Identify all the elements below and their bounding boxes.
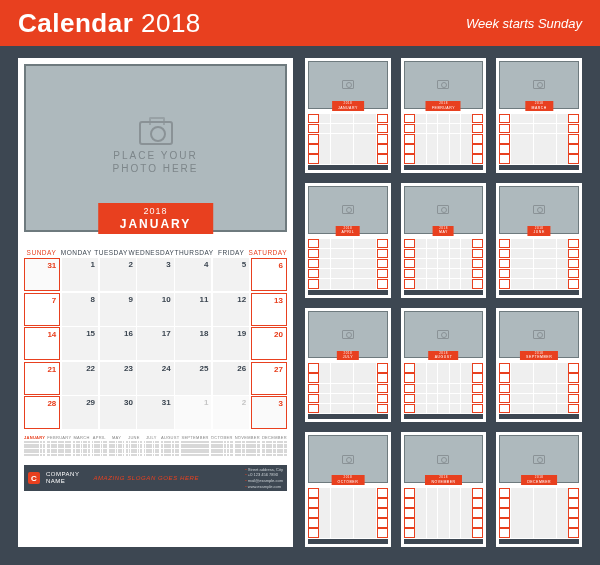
month-thumbnail[interactable]: 2018AUGUST bbox=[401, 308, 487, 423]
mini-month-grid bbox=[47, 441, 71, 461]
month-thumbnail[interactable]: 2018NOVEMBER bbox=[401, 432, 487, 547]
mini-month-label: JANUARY bbox=[24, 435, 45, 440]
date-number: 15 bbox=[86, 329, 95, 338]
mini-month-label: APRIL bbox=[92, 435, 107, 440]
thumb-month-badge: 2018JUNE bbox=[528, 226, 551, 236]
photo-placeholder[interactable]: PLACE YOUR PHOTO HERE 2018 JANUARY bbox=[24, 64, 287, 232]
date-number: 2 bbox=[242, 398, 246, 407]
thumb-footer bbox=[499, 414, 579, 419]
date-cell[interactable]: 19 bbox=[213, 327, 249, 360]
mini-month[interactable]: OCTOBER bbox=[211, 435, 233, 461]
canvas: Calendar 2018 Week starts Sunday PLACE Y… bbox=[0, 0, 600, 565]
mini-month-label: MARCH bbox=[73, 435, 89, 440]
thumb-photo: 2018SEPTEMBER bbox=[499, 311, 579, 359]
date-cell[interactable]: 22 bbox=[62, 362, 98, 395]
date-cell[interactable]: 26 bbox=[213, 362, 249, 395]
date-cell[interactable]: 4 bbox=[175, 258, 211, 291]
content: PLACE YOUR PHOTO HERE 2018 JANUARY SUNDA… bbox=[18, 58, 582, 547]
mini-month[interactable]: JUNE bbox=[126, 435, 141, 461]
thumb-year: 2018 bbox=[342, 227, 355, 231]
date-cell[interactable]: 6 bbox=[251, 258, 287, 291]
mini-month[interactable]: FEBRUARY bbox=[47, 435, 71, 461]
thumb-month-badge: 2018DECEMBER bbox=[521, 475, 557, 485]
date-cell[interactable]: 27 bbox=[251, 362, 287, 395]
mini-month[interactable]: DECEMBER bbox=[262, 435, 287, 461]
date-cell[interactable]: 3 bbox=[137, 258, 173, 291]
date-number: 1 bbox=[204, 398, 208, 407]
thumb-month: SEPTEMBER bbox=[526, 355, 552, 359]
date-cell[interactable]: 18 bbox=[175, 327, 211, 360]
date-cell[interactable]: 1 bbox=[62, 258, 98, 291]
mini-month[interactable]: AUGUST bbox=[161, 435, 179, 461]
date-cell[interactable]: 16 bbox=[100, 327, 136, 360]
date-number: 9 bbox=[128, 295, 132, 304]
month-thumbnail[interactable]: 2018SEPTEMBER bbox=[496, 308, 582, 423]
thumb-photo: 2018JULY bbox=[308, 311, 388, 359]
thumb-footer bbox=[308, 414, 388, 419]
month-thumbnail[interactable]: 2018APRIL bbox=[305, 183, 391, 298]
date-cell[interactable]: 2 bbox=[213, 396, 249, 429]
date-number: 16 bbox=[124, 329, 133, 338]
mini-month-grid bbox=[235, 441, 260, 461]
main-calendar-page: PLACE YOUR PHOTO HERE 2018 JANUARY SUNDA… bbox=[18, 58, 293, 547]
mini-month-label: DECEMBER bbox=[262, 435, 287, 440]
date-cell[interactable]: 21 bbox=[24, 362, 60, 395]
date-cell[interactable]: 15 bbox=[62, 327, 98, 360]
date-cell[interactable]: 13 bbox=[251, 293, 287, 326]
date-number: 17 bbox=[162, 329, 171, 338]
mini-month[interactable]: JULY bbox=[144, 435, 159, 461]
date-cell[interactable]: 30 bbox=[100, 396, 136, 429]
mini-month[interactable]: JANUARY bbox=[24, 435, 45, 461]
mini-month[interactable]: APRIL bbox=[92, 435, 107, 461]
date-cell[interactable]: 3 bbox=[251, 396, 287, 429]
date-cell[interactable]: 17 bbox=[137, 327, 173, 360]
page-title: Calendar 2018 bbox=[18, 8, 201, 39]
date-cell[interactable]: 20 bbox=[251, 327, 287, 360]
month-thumbnail[interactable]: 2018JUNE bbox=[496, 183, 582, 298]
month-thumbnail[interactable]: 2018JANUARY bbox=[305, 58, 391, 173]
camera-icon bbox=[533, 330, 545, 339]
thumb-year: 2018 bbox=[432, 102, 455, 106]
date-cell[interactable]: 31 bbox=[24, 258, 60, 291]
mini-month[interactable]: SEPTEMBER bbox=[181, 435, 208, 461]
thumb-year: 2018 bbox=[431, 476, 455, 480]
date-cell[interactable]: 1 bbox=[175, 396, 211, 429]
photo-caption-line1: PLACE YOUR bbox=[113, 150, 197, 161]
date-cell[interactable]: 28 bbox=[24, 396, 60, 429]
thumb-photo: 2018JUNE bbox=[499, 186, 579, 234]
mini-month-grid bbox=[109, 441, 124, 461]
date-cell[interactable]: 5 bbox=[213, 258, 249, 291]
date-cell[interactable]: 12 bbox=[213, 293, 249, 326]
thumb-month-badge: 2018JULY bbox=[337, 351, 359, 361]
mini-month-label: SEPTEMBER bbox=[181, 435, 208, 440]
company-name-l1: COMPANY bbox=[46, 471, 79, 477]
thumb-footer bbox=[499, 290, 579, 295]
date-cell[interactable]: 9 bbox=[100, 293, 136, 326]
date-cell[interactable]: 10 bbox=[137, 293, 173, 326]
date-cell[interactable]: 29 bbox=[62, 396, 98, 429]
date-cell[interactable]: 7 bbox=[24, 293, 60, 326]
date-cell[interactable]: 23 bbox=[100, 362, 136, 395]
mini-month-label: OCTOBER bbox=[211, 435, 233, 440]
date-cell[interactable]: 2 bbox=[100, 258, 136, 291]
camera-icon bbox=[533, 205, 545, 214]
thumb-grid bbox=[308, 363, 388, 413]
month-thumbnail[interactable]: 2018MAY bbox=[401, 183, 487, 298]
month-thumbnail[interactable]: 2018DECEMBER bbox=[496, 432, 582, 547]
date-cell[interactable]: 11 bbox=[175, 293, 211, 326]
date-cell[interactable]: 31 bbox=[137, 396, 173, 429]
month-thumbnail[interactable]: 2018OCTOBER bbox=[305, 432, 391, 547]
month-thumbnail[interactable]: 2018JULY bbox=[305, 308, 391, 423]
title-word: Calendar bbox=[18, 8, 133, 38]
mini-month[interactable]: MAY bbox=[109, 435, 124, 461]
date-cell[interactable]: 24 bbox=[137, 362, 173, 395]
date-cell[interactable]: 8 bbox=[62, 293, 98, 326]
thumb-year: 2018 bbox=[439, 227, 448, 231]
date-cell[interactable]: 25 bbox=[175, 362, 211, 395]
date-cell[interactable]: 14 bbox=[24, 327, 60, 360]
month-thumbnail[interactable]: 2018MARCH bbox=[496, 58, 582, 173]
month-thumbnail[interactable]: 2018FEBRUARY bbox=[401, 58, 487, 173]
mini-month[interactable]: NOVEMBER bbox=[235, 435, 260, 461]
mini-month[interactable]: MARCH bbox=[73, 435, 89, 461]
camera-icon bbox=[533, 455, 545, 464]
